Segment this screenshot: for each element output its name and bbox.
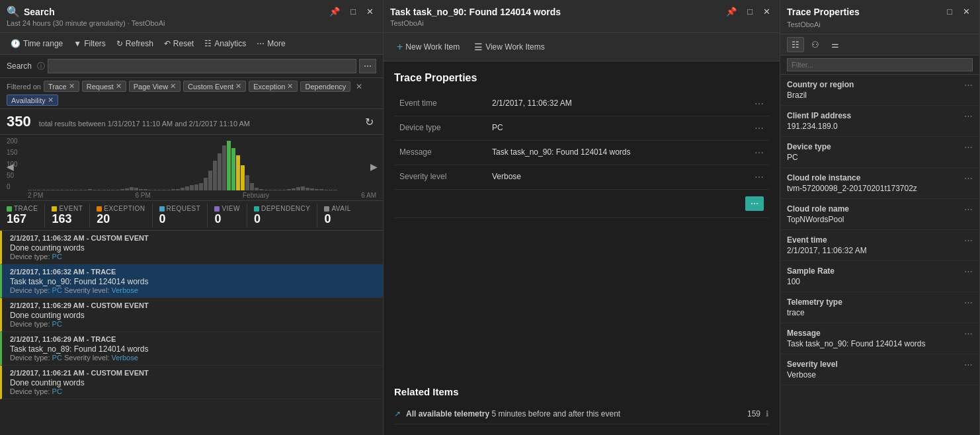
prop-samplerate-more[interactable]: ⋯ bbox=[964, 266, 973, 276]
remove-request-tag[interactable]: ✕ bbox=[116, 82, 122, 91]
reset-button[interactable]: ↶ Reset bbox=[160, 37, 198, 50]
new-work-item-button[interactable]: + New Work Item bbox=[391, 38, 465, 56]
chart-bar-40[interactable] bbox=[213, 161, 217, 190]
chart-bar-15[interactable] bbox=[97, 190, 101, 190]
chart-bar-26[interactable] bbox=[148, 190, 152, 190]
chart-bar-9[interactable] bbox=[69, 190, 73, 190]
chart-bar-49[interactable] bbox=[255, 188, 259, 190]
filters-button[interactable]: ▼ Filters bbox=[69, 37, 110, 50]
remove-exception-tag[interactable]: ✕ bbox=[287, 82, 293, 91]
search-input[interactable] bbox=[48, 59, 356, 73]
chart-bar-63[interactable] bbox=[319, 189, 323, 190]
event-item-5[interactable]: 2/1/2017, 11:06:21 AM - CUSTOM EVENT Don… bbox=[0, 366, 383, 399]
filter-tag-availability[interactable]: Availability ✕ bbox=[7, 95, 58, 106]
chart-bar-1[interactable] bbox=[32, 190, 36, 190]
chart-bar-28[interactable] bbox=[157, 190, 161, 190]
maximize-button[interactable]: □ bbox=[348, 5, 358, 18]
chart-bar-21[interactable] bbox=[125, 188, 129, 190]
view-work-items-button[interactable]: ☰ View Work Items bbox=[469, 39, 550, 55]
prop-telemetrytype-more[interactable]: ⋯ bbox=[964, 297, 973, 307]
teal-action-button[interactable]: ⋯ bbox=[745, 196, 764, 211]
filter-tag-request[interactable]: Request ✕ bbox=[82, 81, 126, 92]
properties-view-button[interactable]: ☷ bbox=[787, 37, 804, 52]
prop-message-more[interactable]: ⋯ bbox=[964, 329, 973, 338]
related-item-1[interactable]: ↗ All available telemetry 5 minutes befo… bbox=[394, 404, 769, 424]
chart-bar-7[interactable] bbox=[60, 190, 64, 190]
chart-bar-17[interactable] bbox=[106, 190, 110, 190]
chart-bar-53[interactable] bbox=[273, 190, 277, 190]
chart-bar-44[interactable] bbox=[231, 148, 235, 190]
clear-all-tags[interactable]: ✕ bbox=[356, 82, 362, 91]
time-range-button[interactable]: 🕐 Time range bbox=[7, 37, 67, 50]
chart-bar-29[interactable] bbox=[162, 190, 166, 190]
devicetype-more-button[interactable]: ⋯ bbox=[755, 123, 764, 134]
chart-bar-41[interactable] bbox=[218, 153, 222, 190]
chart-bar-39[interactable] bbox=[208, 171, 212, 190]
chart-bar-30[interactable] bbox=[167, 190, 171, 190]
chart-bar-25[interactable] bbox=[143, 189, 147, 190]
right-close-button[interactable]: ✕ bbox=[960, 5, 973, 18]
close-button[interactable]: ✕ bbox=[364, 5, 376, 18]
chart-bar-47[interactable] bbox=[245, 175, 249, 190]
event-item-2[interactable]: 2/1/2017, 11:06:32 AM - TRACE Task task_… bbox=[0, 264, 383, 298]
chart-bar-5[interactable] bbox=[51, 190, 55, 190]
chart-bar-10[interactable] bbox=[74, 190, 78, 190]
results-refresh-button[interactable]: ↻ bbox=[362, 114, 376, 130]
more-button[interactable]: ⋯ More bbox=[253, 37, 289, 50]
chart-bar-37[interactable] bbox=[199, 183, 203, 190]
trace-pin-button[interactable]: 📌 bbox=[723, 5, 739, 18]
chart-bar-54[interactable] bbox=[278, 190, 282, 190]
pin-button[interactable]: 📌 bbox=[327, 5, 343, 18]
filter-tag-customevent[interactable]: Custom Event ✕ bbox=[183, 81, 246, 92]
chart-bar-48[interactable] bbox=[250, 183, 254, 190]
trace-close-button[interactable]: ✕ bbox=[760, 5, 773, 18]
filter-tag-exception[interactable]: Exception ✕ bbox=[249, 81, 298, 92]
chart-bar-42[interactable] bbox=[222, 145, 226, 190]
chart-nav-right[interactable]: ▶ bbox=[370, 161, 378, 172]
search-options-button[interactable]: ⋯ bbox=[359, 59, 376, 73]
chart-bar-6[interactable] bbox=[56, 190, 60, 190]
event-item-4[interactable]: 2/1/2017, 11:06:29 AM - TRACE Task task_… bbox=[0, 332, 383, 366]
prop-cloudrolename-more[interactable]: ⋯ bbox=[964, 204, 973, 214]
message-more-button[interactable]: ⋯ bbox=[755, 147, 764, 158]
chart-bar-58[interactable] bbox=[296, 187, 300, 190]
remove-availability-tag[interactable]: ✕ bbox=[48, 96, 54, 104]
chart-bar-66[interactable] bbox=[333, 190, 337, 190]
chart-bar-32[interactable] bbox=[176, 189, 180, 190]
chart-bar-57[interactable] bbox=[292, 188, 296, 190]
chart-bar-8[interactable] bbox=[65, 190, 69, 190]
chart-bar-65[interactable] bbox=[329, 190, 333, 190]
chart-bar-31[interactable] bbox=[171, 189, 175, 190]
right-maximize-button[interactable]: □ bbox=[944, 5, 955, 18]
trace-maximize-button[interactable]: □ bbox=[745, 5, 755, 18]
filter-tag-dependency[interactable]: Dependency bbox=[300, 81, 350, 92]
prop-severity-more[interactable]: ⋯ bbox=[964, 360, 973, 370]
chart-bar-59[interactable] bbox=[301, 186, 305, 190]
chart-bar-34[interactable] bbox=[185, 186, 189, 190]
chart-bar-4[interactable] bbox=[46, 190, 50, 190]
chart-bar-43[interactable] bbox=[227, 141, 231, 190]
chart-bar-18[interactable] bbox=[111, 190, 115, 190]
chart-bar-11[interactable] bbox=[79, 190, 83, 190]
refresh-button[interactable]: ↻ Refresh bbox=[112, 37, 157, 50]
json-view-button[interactable]: ⚇ bbox=[807, 37, 824, 52]
chart-bar-13[interactable] bbox=[88, 189, 92, 190]
prop-eventtime-more[interactable]: ⋯ bbox=[964, 235, 973, 245]
chart-bar-62[interactable] bbox=[315, 189, 319, 190]
chart-bar-64[interactable] bbox=[324, 190, 328, 190]
chart-bar-2[interactable] bbox=[37, 190, 41, 190]
chart-bar-46[interactable] bbox=[241, 165, 245, 190]
chart-bar-56[interactable] bbox=[287, 189, 291, 190]
chart-bar-51[interactable] bbox=[264, 190, 268, 190]
chart-bar-61[interactable] bbox=[310, 188, 314, 190]
chart-bar-20[interactable] bbox=[120, 189, 124, 190]
chart-bar-22[interactable] bbox=[130, 187, 134, 190]
chart-bar-50[interactable] bbox=[259, 189, 263, 190]
remove-pageview-tag[interactable]: ✕ bbox=[170, 82, 176, 91]
prop-devicetype-more[interactable]: ⋯ bbox=[964, 142, 973, 152]
properties-filter-input[interactable] bbox=[787, 58, 973, 71]
chart-bar-55[interactable] bbox=[282, 190, 286, 190]
severity-more-button[interactable]: ⋯ bbox=[755, 172, 764, 182]
chart-bar-45[interactable] bbox=[236, 155, 240, 190]
remove-customevent-tag[interactable]: ✕ bbox=[235, 82, 241, 91]
